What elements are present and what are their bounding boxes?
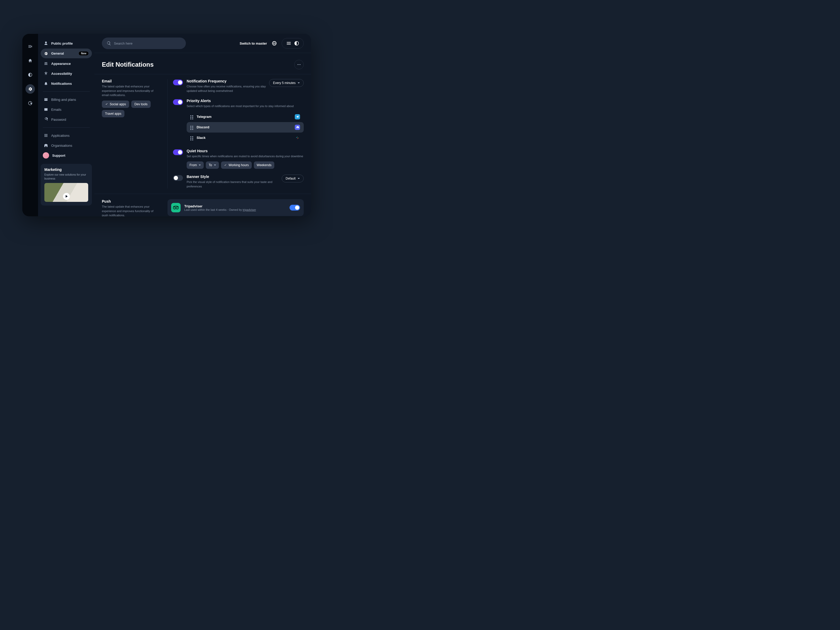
marketing-image: [44, 183, 88, 202]
globe-icon[interactable]: [272, 41, 277, 46]
priority-app-discord[interactable]: Discord: [186, 122, 304, 133]
sidebar-item-label: General: [51, 51, 64, 55]
sidebar-item-label: Accessibility: [51, 72, 72, 76]
chip-working-hours[interactable]: Working hours: [221, 161, 252, 169]
slack-icon: [295, 135, 300, 141]
new-badge: New: [79, 51, 89, 56]
sidebar-item-label: Applications: [51, 134, 69, 137]
page-title: Edit Notifications: [102, 61, 153, 68]
contrast-icon[interactable]: [25, 70, 35, 79]
avatar: [43, 152, 49, 159]
sidebar-item-notifications[interactable]: Notifications: [41, 79, 92, 88]
priority-app-telegram[interactable]: Telegram: [186, 112, 304, 122]
sidebar-item-billing[interactable]: Billing and plans: [41, 95, 92, 104]
sidebar-item-label: Support: [52, 153, 65, 158]
svg-rect-6: [297, 138, 298, 139]
tripadviser-toggle[interactable]: [289, 205, 300, 210]
priority-desc: Select which types of notifications are …: [186, 104, 304, 108]
play-button[interactable]: [63, 193, 70, 200]
push-desc: The latest update that enhances your exp…: [102, 204, 160, 216]
quiet-title: Quiet Hours: [186, 149, 304, 153]
sidebar-item-label: Emails: [51, 107, 62, 112]
settings-icon[interactable]: [25, 84, 35, 94]
sidebar-item-password[interactable]: Password: [41, 115, 92, 124]
frequency-toggle[interactable]: [173, 79, 183, 85]
email-desc: The latest update that enhances your exp…: [102, 84, 160, 97]
sidebar-item-label: Billing and plans: [51, 98, 76, 102]
switch-to-master-link[interactable]: Switch to master: [240, 41, 267, 46]
sidebar-item-emails[interactable]: Emails: [41, 105, 92, 114]
banner-title: Banner Style: [186, 175, 278, 179]
banner-desc: Pick the visual style of notification ba…: [186, 180, 278, 188]
topbar: Switch to master: [95, 34, 311, 53]
home-icon[interactable]: [25, 56, 35, 65]
marketing-desc: Explore our new solutions for your busin…: [44, 173, 88, 180]
sidebar: Public profile General New Appearance Ac…: [38, 34, 95, 216]
drag-handle-icon[interactable]: [190, 115, 193, 118]
sidebar-item-applications[interactable]: Applications: [41, 131, 92, 140]
theme-icon: [294, 41, 299, 46]
marketing-title: Marketing: [44, 167, 88, 172]
search-input-wrapper[interactable]: [102, 38, 186, 49]
menu-theme-toggle[interactable]: [282, 38, 304, 49]
discord-icon: [295, 125, 300, 130]
svg-rect-4: [297, 136, 297, 137]
quiet-desc: Set specific times when notifications ar…: [186, 154, 304, 159]
chip-dev-tools[interactable]: Dev tools: [131, 101, 151, 108]
priority-toggle[interactable]: [173, 99, 183, 105]
chip-social-apps[interactable]: Social apps: [102, 101, 129, 108]
quiet-to-select[interactable]: To: [206, 161, 219, 169]
sidebar-item-label: Appearance: [51, 62, 71, 66]
quiet-hours-toggle[interactable]: [173, 149, 183, 155]
sidebar-item-appearance[interactable]: Appearance: [41, 59, 92, 68]
svg-point-9: [174, 208, 175, 208]
check-icon: [224, 164, 227, 167]
priority-title: Priority Alerts: [186, 99, 304, 103]
app-shell: Public profile General New Appearance Ac…: [22, 34, 311, 216]
sidebar-item-label: Organisations: [51, 144, 72, 147]
chart-icon[interactable]: [25, 98, 35, 108]
sidebar-item-label: Password: [51, 118, 66, 122]
icon-rail: [22, 34, 38, 216]
sidebar-item-organisations[interactable]: Organisations: [41, 141, 92, 150]
chip-travel-apps[interactable]: Travel apps: [102, 110, 125, 117]
connection-owner-link[interactable]: tripadviser: [243, 208, 256, 211]
search-input[interactable]: [114, 41, 181, 46]
connection-title: Tripadviser: [184, 204, 286, 208]
priority-app-slack[interactable]: Slack: [186, 133, 304, 143]
svg-point-0: [297, 64, 298, 65]
quiet-from-select[interactable]: From: [186, 161, 204, 169]
sidebar-item-accessibility[interactable]: Accessibility: [41, 69, 92, 78]
svg-point-10: [177, 208, 178, 208]
frequency-title: Notification Frequency: [186, 79, 266, 83]
telegram-icon: [295, 114, 300, 120]
sidebar-item-label: Public profile: [51, 41, 73, 46]
collapse-icon[interactable]: [25, 42, 35, 51]
drag-handle-icon[interactable]: [190, 126, 193, 129]
chip-weekends[interactable]: Weekends: [254, 161, 274, 169]
svg-rect-5: [298, 138, 298, 138]
main-panel: Switch to master Edit Notifications Emai…: [95, 34, 311, 216]
content-scroll: Email The latest update that enhances yo…: [95, 74, 311, 216]
connection-subtitle: Last used within the last 4 weeks · Owne…: [184, 208, 286, 211]
drag-handle-icon[interactable]: [190, 136, 193, 139]
svg-point-1: [299, 64, 300, 65]
tripadviser-icon: [171, 203, 181, 212]
menu-icon: [286, 41, 291, 46]
page-header: Edit Notifications: [95, 53, 311, 74]
connection-tripadviser: Tripadviser Last used within the last 4 …: [167, 199, 304, 216]
more-button[interactable]: [294, 60, 304, 69]
sidebar-item-general[interactable]: General New: [41, 49, 92, 58]
sidebar-item-support[interactable]: Support: [41, 151, 92, 160]
marketing-card: Marketing Explore our new solutions for …: [41, 164, 92, 205]
frequency-select[interactable]: Every 5 minutes: [269, 79, 304, 87]
email-title: Email: [102, 79, 160, 83]
svg-point-2: [300, 64, 300, 65]
banner-style-select[interactable]: Default: [282, 175, 304, 182]
check-icon: [105, 103, 108, 106]
sidebar-item-public-profile[interactable]: Public profile: [41, 39, 92, 48]
frequency-desc: Choose how often you receive notificatio…: [186, 84, 266, 93]
banner-toggle[interactable]: [173, 175, 183, 181]
sidebar-item-label: Notifications: [51, 82, 72, 85]
search-icon: [107, 41, 111, 46]
